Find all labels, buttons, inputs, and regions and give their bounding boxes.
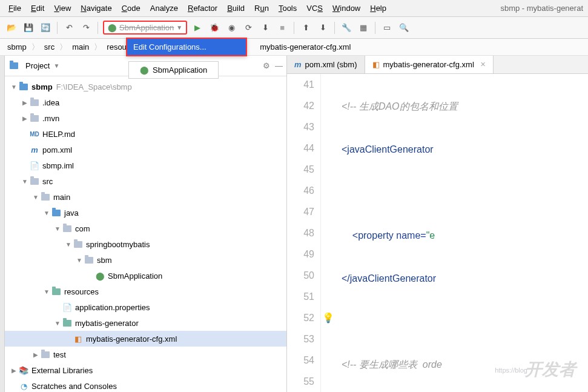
open-icon[interactable]: 📂 [5, 21, 18, 35]
watermark-url: https://blog [495, 367, 527, 374]
collapse-icon[interactable]: — [275, 61, 283, 70]
editor-area: mpom.xml (sbm) ◧mybatis-generator-cfg.xm… [287, 56, 588, 392]
bulb-icon[interactable]: 💡 [322, 312, 334, 324]
tree-test[interactable]: ▶test [5, 347, 286, 362]
refresh-icon[interactable]: 🔄 [39, 21, 52, 35]
debug-icon[interactable]: 🐞 [208, 21, 221, 35]
git-commit-icon[interactable]: ⬇ [316, 21, 329, 35]
breadcrumb: sbmp〉 src〉 main〉 resour mybatis-generato… [0, 39, 588, 56]
tree-scratches[interactable]: ◔Scratches and Consoles [5, 378, 286, 392]
tree-main[interactable]: ▼main [5, 189, 286, 205]
chevron-right-icon: 〉 [31, 42, 39, 53]
git-update-icon[interactable]: ⬆ [299, 21, 312, 35]
project-structure-icon[interactable]: ▦ [357, 21, 370, 35]
project-tool-window: Project ▼ ⬤ SbmApplication ⚙ — ▼sbmpF:\I… [5, 56, 287, 392]
run-config-selector[interactable]: ⬤ SbmApplication ▼ [103, 21, 187, 35]
menu-navigate[interactable]: Navigate [77, 2, 115, 14]
project-header: Project ▼ ⬤ SbmApplication ⚙ — [5, 56, 286, 76]
tree-appprops[interactable]: 📄application.properties [5, 299, 286, 315]
search-everywhere-icon[interactable]: 🔍 [397, 21, 411, 35]
tree-iml[interactable]: 📄sbmp.iml [5, 158, 286, 173]
chevron-right-icon: 〉 [59, 42, 67, 53]
tree-com[interactable]: ▼com [5, 221, 286, 236]
menu-vcs[interactable]: VCS [303, 2, 326, 14]
run-icon[interactable]: ▶ [191, 21, 204, 35]
project-tree[interactable]: ▼sbmpF:\IDEA_Space\sbmp ▶.idea ▶.mvn MDH… [5, 76, 286, 392]
menu-bar: File Edit View Navigate Code Analyze Ref… [0, 0, 588, 17]
project-icon [8, 61, 19, 71]
tree-app-class[interactable]: ⬤SbmApplication [5, 268, 286, 284]
separator [57, 22, 58, 34]
window-title: sbmp - mybatis-generat [500, 4, 583, 13]
chevron-right-icon: 〉 [94, 42, 102, 53]
menu-edit[interactable]: Edit [27, 2, 48, 14]
menu-file[interactable]: File [5, 2, 25, 14]
editor-tabs: mpom.xml (sbm) ◧mybatis-generator-cfg.xm… [287, 56, 588, 74]
chevron-down-icon: ▼ [176, 24, 182, 31]
settings-icon[interactable]: 🔧 [340, 21, 353, 35]
tree-java[interactable]: ▼java [5, 205, 286, 221]
edit-configurations-item[interactable]: Edit Configurations... [127, 39, 246, 55]
crumb-main[interactable]: main [70, 41, 91, 53]
tab-pom[interactable]: mpom.xml (sbm) [287, 56, 365, 73]
stop-icon[interactable]: ■ [276, 21, 289, 35]
menu-run[interactable]: Run [251, 2, 273, 14]
project-title[interactable]: Project [25, 61, 50, 70]
tree-src[interactable]: ▼src [5, 173, 286, 189]
separator [334, 22, 335, 34]
run-config-label: SbmApplication [119, 23, 174, 32]
attach-icon[interactable]: ⬇ [259, 21, 272, 35]
tree-root[interactable]: ▼sbmpF:\IDEA_Space\sbmp [5, 79, 286, 95]
crumb-root[interactable]: sbmp [5, 41, 29, 53]
menu-tools[interactable]: Tools [275, 2, 300, 14]
coverage-icon[interactable]: ◉ [225, 21, 238, 35]
redo-icon[interactable]: ↷ [79, 21, 93, 35]
separator [375, 22, 375, 34]
tree-sbm[interactable]: ▼sbm [5, 252, 286, 268]
undo-icon[interactable]: ↶ [62, 21, 76, 35]
floating-tab-label: SbmApplication [153, 65, 207, 75]
left-tool-strip[interactable] [0, 56, 5, 392]
save-icon[interactable]: 💾 [22, 21, 35, 35]
tree-cfg-file[interactable]: ◧mybatis-generator-cfg.xml [5, 331, 286, 347]
tree-pom[interactable]: mpom.xml [5, 142, 286, 158]
run-anything-icon[interactable]: ▭ [380, 21, 394, 35]
profile-icon[interactable]: ⟳ [242, 21, 255, 35]
code-content[interactable]: <!-- 生成DAO的包名和位置 <javaClientGenerator <p… [335, 74, 588, 392]
tree-help[interactable]: MDHELP.md [5, 126, 286, 142]
menu-help[interactable]: Help [366, 2, 390, 14]
floating-run-tab[interactable]: ⬤ SbmApplication [128, 61, 219, 79]
hint-gutter: 💡 [321, 74, 335, 392]
tree-external-libs[interactable]: ▶📚External Libraries [5, 362, 286, 378]
toolbar: 📂 💾 🔄 ↶ ↷ ⬤ SbmApplication ▼ ▶ 🐞 ◉ ⟳ ⬇ ■… [0, 17, 588, 39]
crumb-file[interactable]: mybatis-generator-cfg.xml [257, 41, 353, 53]
separator [97, 22, 98, 34]
line-gutter: 414243444546474849505152535455 [287, 74, 321, 392]
menu-code[interactable]: Code [118, 2, 144, 14]
chevron-down-icon[interactable]: ▼ [53, 62, 59, 69]
menu-view[interactable]: View [50, 2, 74, 14]
tab-cfg[interactable]: ◧mybatis-generator-cfg.xml✕ [365, 56, 494, 73]
tree-mvn[interactable]: ▶.mvn [5, 110, 286, 126]
tree-pkg[interactable]: ▼springbootmybatis [5, 236, 286, 252]
code-editor[interactable]: 414243444546474849505152535455 💡 <!-- 生成… [287, 74, 588, 392]
menu-window[interactable]: Window [329, 2, 364, 14]
separator [294, 22, 294, 34]
menu-refactor[interactable]: Refactor [184, 2, 221, 14]
crumb-src[interactable]: src [42, 41, 57, 53]
main-area: Project ▼ ⬤ SbmApplication ⚙ — ▼sbmpF:\I… [0, 56, 588, 392]
menu-build[interactable]: Build [223, 2, 248, 14]
tree-idea[interactable]: ▶.idea [5, 95, 286, 110]
close-icon[interactable]: ✕ [480, 61, 486, 68]
run-config-dropdown: Edit Configurations... [126, 38, 247, 56]
menu-analyze[interactable]: Analyze [147, 2, 182, 14]
tree-generator[interactable]: ▼mybatis-generator [5, 315, 286, 331]
gear-icon[interactable]: ⚙ [263, 61, 270, 70]
tree-resources[interactable]: ▼resources [5, 284, 286, 299]
